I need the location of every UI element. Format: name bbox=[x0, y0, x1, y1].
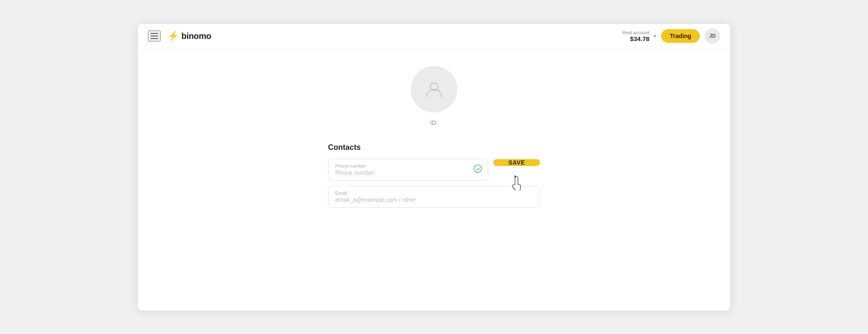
hamburger-menu-button[interactable] bbox=[148, 30, 161, 41]
account-info-area[interactable]: Real account $34.78 ▾ bbox=[622, 30, 656, 42]
hamburger-line-3 bbox=[150, 38, 158, 39]
logo-text: binomo bbox=[181, 31, 211, 41]
phone-check-icon bbox=[473, 164, 482, 175]
main-content: ID: Contacts Phone number bbox=[138, 49, 730, 311]
account-info: Real account $34.78 bbox=[622, 30, 649, 42]
app-container: ⚡ binomo Real account $34.78 ▾ Trading J… bbox=[137, 23, 731, 311]
phone-number-field[interactable]: Phone number bbox=[328, 159, 488, 181]
account-dropdown-icon: ▾ bbox=[654, 33, 656, 39]
contacts-title: Contacts bbox=[328, 143, 540, 152]
email-label: Email bbox=[335, 190, 533, 196]
profile-id: ID: bbox=[430, 119, 438, 126]
contacts-section: Contacts Phone number SAVE bbox=[328, 143, 540, 213]
save-button[interactable]: SAVE bbox=[493, 159, 540, 166]
person-icon bbox=[425, 80, 443, 99]
header-right: Real account $34.78 ▾ Trading JD bbox=[622, 28, 720, 44]
header: ⚡ binomo Real account $34.78 ▾ Trading J… bbox=[138, 24, 730, 49]
phone-number-input[interactable] bbox=[335, 169, 469, 176]
user-avatar-button[interactable]: JD bbox=[705, 28, 720, 44]
logo: ⚡ binomo bbox=[167, 30, 211, 41]
profile-avatar-container: ID: bbox=[411, 66, 457, 126]
account-balance: $34.78 bbox=[630, 35, 650, 42]
email-input[interactable] bbox=[335, 196, 533, 203]
hamburger-line-2 bbox=[150, 36, 158, 36]
save-button-wrapper: SAVE bbox=[493, 159, 540, 181]
trading-button[interactable]: Trading bbox=[661, 29, 700, 43]
header-left: ⚡ binomo bbox=[148, 30, 211, 41]
hamburger-line-1 bbox=[150, 33, 158, 34]
account-label: Real account bbox=[622, 30, 649, 35]
email-row: Email bbox=[328, 186, 540, 208]
profile-avatar-circle bbox=[411, 66, 457, 113]
logo-bolt-icon: ⚡ bbox=[167, 30, 179, 41]
svg-point-1 bbox=[474, 165, 481, 172]
phone-save-row: Phone number SAVE bbox=[328, 159, 540, 181]
email-field-wrapper[interactable]: Email bbox=[328, 186, 540, 208]
phone-label: Phone number bbox=[335, 163, 469, 168]
